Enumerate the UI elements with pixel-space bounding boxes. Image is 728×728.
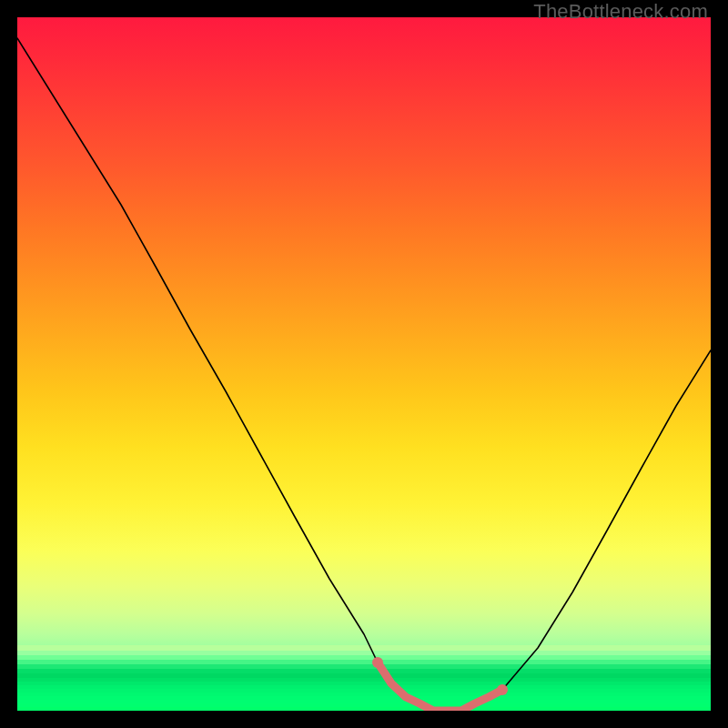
chart-frame: [17, 17, 711, 711]
chart-background-gradient: [17, 17, 711, 711]
watermark-text: TheBottleneck.com: [533, 0, 708, 24]
